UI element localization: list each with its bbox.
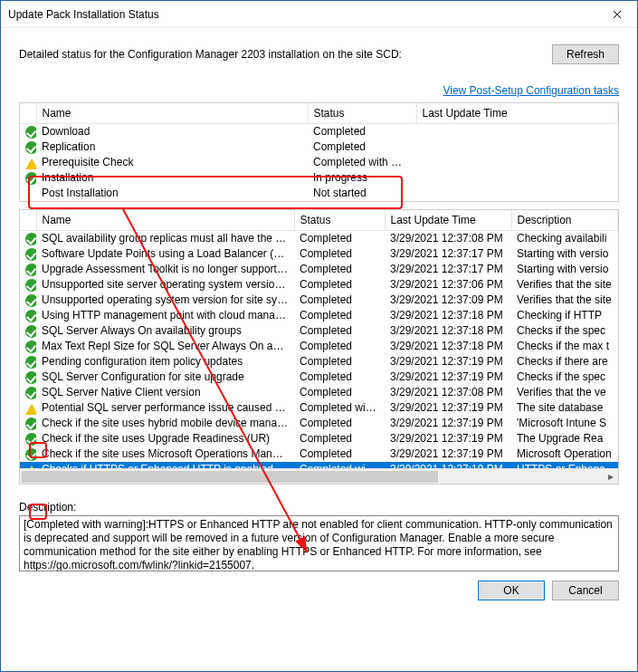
warning-icon [25, 404, 36, 415]
check-icon [25, 325, 36, 338]
detail-table[interactable]: Name Status Last Update Time Description… [20, 210, 618, 468]
warning-icon [25, 158, 36, 169]
col-time[interactable]: Last Update Time [416, 103, 618, 124]
detail-row[interactable]: Checks if HTTPS or Enhanced HTTP is enab… [20, 462, 618, 468]
summary-row[interactable]: InstallationIn progress [20, 170, 618, 186]
col-desc[interactable]: Description [511, 210, 618, 231]
cell-status: Completed [294, 354, 385, 370]
col-time[interactable]: Last Update Time [385, 210, 511, 231]
cell-desc: 'Microsoft Intune S [511, 416, 618, 431]
summary-row[interactable]: ReplicationCompleted [20, 139, 618, 155]
summary-row[interactable]: Prerequisite CheckCompleted with … [20, 155, 618, 170]
detail-row[interactable]: Potential SQL server performance issue c… [20, 400, 618, 416]
cell-name: Unsupported operating system version for… [36, 293, 294, 308]
cell-desc: Microsoft Operation [511, 446, 618, 462]
detail-row[interactable]: Using HTTP management point with cloud m… [20, 308, 618, 323]
detail-scroll[interactable]: Name Status Last Update Time Description… [20, 210, 618, 468]
check-icon [25, 172, 36, 185]
footer: OK Cancel [19, 581, 619, 600]
cell-name: Unsupported site server operating system… [36, 277, 294, 293]
dialog-window: Update Pack Installation Status Detailed… [0, 0, 638, 672]
cell-status: Completed [294, 339, 385, 354]
titlebar: Update Pack Installation Status [1, 1, 637, 28]
cell-time: 3/29/2021 12:37:09 PM [385, 293, 511, 308]
ok-button[interactable]: OK [478, 581, 545, 600]
cell-desc: Verifies that the site [511, 293, 618, 308]
cell-time [416, 124, 618, 139]
description-label: Description: [19, 501, 619, 514]
refresh-button[interactable]: Refresh [552, 44, 619, 64]
cell-desc: Verifies that the ve [511, 385, 618, 400]
summary-row[interactable]: Post InstallationNot started [20, 186, 618, 201]
cell-name: Using HTTP management point with cloud m… [36, 308, 294, 323]
cell-status: Completed [294, 446, 385, 462]
cell-name: Prerequisite Check [36, 155, 308, 170]
cell-status: Completed [294, 416, 385, 431]
check-icon [25, 294, 36, 307]
scroll-right-icon[interactable]: ▸ [603, 469, 618, 485]
cell-status: Completed [294, 230, 385, 245]
check-icon [25, 341, 36, 353]
horizontal-scrollbar[interactable]: ◂ ▸ [20, 468, 618, 484]
cell-desc: Starting with versio [511, 246, 618, 262]
check-icon [25, 141, 36, 154]
detail-row[interactable]: Unsupported site server operating system… [20, 277, 618, 293]
cell-desc: Checks if there are [511, 354, 618, 370]
cell-name: Pending configuration item policy update… [36, 354, 294, 370]
detail-row[interactable]: Max Text Repl Size for SQL Server Always… [20, 339, 618, 354]
check-icon [25, 248, 36, 261]
detail-row[interactable]: Check if the site uses hybrid mobile dev… [20, 416, 618, 431]
cell-status: Completed [294, 370, 385, 385]
cell-time: 3/29/2021 12:37:19 PM [385, 431, 511, 446]
detail-row[interactable]: SQL Server Configuration for site upgrad… [20, 370, 618, 385]
col-status[interactable]: Status [308, 103, 416, 124]
check-icon [25, 126, 36, 139]
cell-name: SQL Server Configuration for site upgrad… [36, 370, 294, 385]
cancel-button[interactable]: Cancel [552, 581, 619, 600]
cell-desc: HTTPS or Enhanc [511, 462, 618, 468]
col-name[interactable]: Name [36, 210, 294, 231]
check-icon [25, 418, 36, 430]
col-name[interactable]: Name [36, 103, 308, 124]
check-icon [25, 371, 36, 384]
detail-row[interactable]: Check if the site uses Upgrade Readiness… [20, 431, 618, 446]
detail-row[interactable]: Unsupported operating system version for… [20, 293, 618, 308]
post-setup-link[interactable]: View Post-Setup Configuration tasks [443, 84, 619, 97]
cell-name: Download [36, 124, 308, 139]
detail-row[interactable]: SQL Server Always On availability groups… [20, 323, 618, 339]
cell-desc: The Upgrade Rea [511, 431, 618, 446]
cell-desc: Checks if the max t [511, 339, 618, 354]
cell-status: Completed [294, 277, 385, 293]
detail-row[interactable]: Upgrade Assessment Toolkit is no longer … [20, 262, 618, 277]
scroll-thumb[interactable] [22, 471, 438, 483]
detail-row[interactable]: Check if the site uses Microsoft Operati… [20, 446, 618, 462]
cell-status: Completed [294, 385, 385, 400]
link-row: View Post-Setup Configuration tasks [19, 84, 619, 97]
description-box[interactable] [19, 515, 619, 571]
cell-time: 3/29/2021 12:37:19 PM [385, 462, 511, 468]
summary-table[interactable]: Name Status Last Update Time DownloadCom… [20, 103, 618, 201]
detail-row[interactable]: SQL Server Native Client versionComplete… [20, 385, 618, 400]
check-icon [25, 264, 36, 276]
cell-time: 3/29/2021 12:37:19 PM [385, 416, 511, 431]
cell-status: Completed [294, 323, 385, 339]
cell-status: Not started [308, 186, 416, 201]
col-status[interactable]: Status [294, 210, 385, 231]
check-icon [25, 233, 36, 245]
cell-name: SQL availability group replicas must all… [36, 230, 294, 245]
cell-time: 3/29/2021 12:37:08 PM [385, 230, 511, 245]
cell-time: 3/29/2021 12:37:19 PM [385, 370, 511, 385]
detail-row[interactable]: Software Update Points using a Load Bala… [20, 246, 618, 262]
cell-time [416, 155, 618, 170]
detail-row[interactable]: Pending configuration item policy update… [20, 354, 618, 370]
cell-time: 3/29/2021 12:37:19 PM [385, 446, 511, 462]
cell-status: Completed [294, 293, 385, 308]
cell-status: Completed [294, 308, 385, 323]
check-icon [25, 387, 36, 399]
cell-name: Software Update Points using a Load Bala… [36, 246, 294, 262]
detail-row[interactable]: SQL availability group replicas must all… [20, 230, 618, 245]
cell-time [416, 186, 618, 201]
close-button[interactable] [597, 1, 637, 28]
summary-row[interactable]: DownloadCompleted [20, 124, 618, 139]
detail-text: Detailed status for the Configuration Ma… [19, 48, 552, 61]
